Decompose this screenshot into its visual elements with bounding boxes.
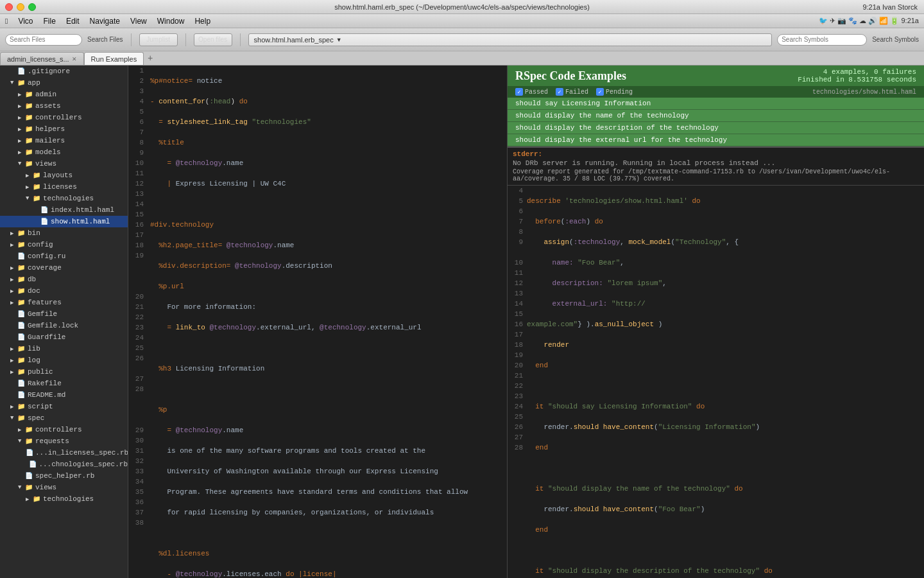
- open-files-button[interactable]: Open files: [194, 33, 232, 46]
- rspec-passed-checkbox[interactable]: ✓ Passed: [515, 88, 548, 96]
- sidebar-item-admin[interactable]: ▶ 📁 admin: [0, 89, 128, 100]
- sidebar-item-helpers[interactable]: ▶ 📁 helpers: [0, 123, 128, 135]
- sidebar-item-licenses[interactable]: ▶ 📁 licenses: [0, 181, 128, 193]
- rspec-file-path: technologies/show.html.haml: [812, 89, 916, 96]
- sidebar-item-layouts[interactable]: ▶ 📁 layouts: [0, 170, 128, 181]
- file-icon: 📄: [17, 379, 26, 388]
- sidebar-item-label: bin: [28, 229, 40, 237]
- menu-edit[interactable]: Edit: [66, 17, 80, 26]
- sidebar-item-label: views: [35, 484, 56, 491]
- new-tab-button[interactable]: +: [144, 52, 157, 65]
- sidebar-item-mailers[interactable]: ▶ 📁 mailers: [0, 135, 128, 146]
- rspec-panel: RSpec Code Examples 4 examples, 0 failur…: [508, 66, 924, 148]
- sidebar-item-controllers[interactable]: ▶ 📁 controllers: [0, 112, 128, 123]
- user-time: 9:21a Ivan Storck: [862, 3, 918, 11]
- failed-check-icon: ✓: [556, 88, 563, 96]
- minimize-button[interactable]: [17, 3, 24, 11]
- tree-arrow: ▶: [10, 230, 17, 237]
- spec-code[interactable]: 4 5 6 7 8 9 9 10 11 12 13 14 15 16 17 18: [508, 186, 924, 578]
- code-lines[interactable]: %p#notice= notice - content_for(:head) d…: [148, 66, 507, 578]
- tab-run-examples-label: Run Examples: [91, 55, 137, 63]
- sidebar-item-app[interactable]: ▼ 📁 app: [0, 77, 128, 89]
- search-symbols-input[interactable]: [777, 34, 867, 46]
- tree-arrow: ▼: [10, 415, 17, 421]
- sidebar-item-coverage[interactable]: ▶ 📁 coverage: [0, 262, 128, 274]
- sidebar-item-spec[interactable]: ▼ 📁 spec: [0, 412, 128, 424]
- menu-vico[interactable]: Vico: [18, 17, 33, 26]
- sidebar-item-label: doc: [28, 287, 40, 295]
- sidebar-item-gemfile[interactable]: 📄 Gemfile: [0, 308, 128, 320]
- rspec-failed-checkbox[interactable]: ✓ Failed: [556, 88, 588, 96]
- menu-file[interactable]: File: [44, 17, 56, 26]
- sidebar-item-models[interactable]: ▶ 📁 models: [0, 146, 128, 158]
- spec-lines[interactable]: describe 'technologies/show.html.haml' d…: [527, 186, 924, 578]
- sidebar-item-requests[interactable]: ▼ 📁 requests: [0, 435, 128, 447]
- menu-navigate[interactable]: Navigate: [90, 17, 120, 26]
- jumplist-button[interactable]: Jumplist: [139, 33, 178, 46]
- menu-apple[interactable]: : [5, 17, 8, 26]
- sidebar-item-label: layouts: [43, 171, 73, 179]
- sidebar-item-spec-technologies[interactable]: ▶ 📁 technologies: [0, 493, 128, 505]
- sidebar-item-readme[interactable]: 📄 README.md: [0, 389, 128, 401]
- sidebar-item-index-haml[interactable]: 📄 index.html.haml: [0, 204, 128, 216]
- code-editor[interactable]: 1 2 3 4 5 6 7 8 9 10 11 12 13 14 15 16 1: [128, 66, 507, 578]
- sidebar-item-rakefile[interactable]: 📄 Rakefile: [0, 378, 128, 389]
- tab-admin-licenses-close[interactable]: ✕: [72, 56, 77, 62]
- traffic-lights[interactable]: [5, 3, 36, 11]
- sidebar-item-label: admin: [35, 91, 56, 98]
- search-files-input[interactable]: [5, 34, 82, 46]
- tree-arrow: ▶: [10, 288, 17, 295]
- menu-help[interactable]: Help: [194, 17, 210, 26]
- sidebar-item-spec-helper[interactable]: 📄 spec_helper.rb: [0, 470, 128, 482]
- tab-admin-licenses[interactable]: admin_licenses_s... ✕: [0, 52, 84, 65]
- close-button[interactable]: [5, 3, 13, 11]
- sidebar-item-show-haml[interactable]: 📄 show.html.haml: [0, 216, 128, 227]
- toolbar-separator-3: [240, 33, 241, 46]
- sidebar-item-technologies[interactable]: ▼ 📁 technologies: [0, 193, 128, 204]
- file-icon: 📄: [17, 67, 26, 76]
- folder-icon: 📁: [17, 275, 26, 284]
- folder-icon: 📁: [17, 229, 26, 238]
- folder-icon: 📁: [24, 113, 33, 122]
- sidebar-item-label: mailers: [35, 137, 65, 144]
- sidebar-item-gemfile-lock[interactable]: 📄 Gemfile.lock: [0, 320, 128, 331]
- fullscreen-button[interactable]: [28, 3, 36, 11]
- folder-icon: 📁: [24, 159, 33, 168]
- sidebar-item-db[interactable]: ▶ 📁 db: [0, 274, 128, 285]
- sidebar-item-in-licenses-spec[interactable]: 📄 ...in_licenses_spec.rb: [0, 447, 128, 459]
- sidebar-item-log[interactable]: ▶ 📁 log: [0, 355, 128, 366]
- pending-label: Pending: [606, 89, 633, 96]
- sidebar-item-assets[interactable]: ▶ 📁 assets: [0, 100, 128, 112]
- sidebar-item-config-folder[interactable]: ▶ 📁 config: [0, 239, 128, 250]
- file-icon: 📄: [17, 252, 26, 261]
- sidebar-item-bin[interactable]: ▶ 📁 bin: [0, 227, 128, 239]
- sidebar-item-label: show.html.haml: [51, 218, 110, 225]
- sidebar-item-guardfile[interactable]: 📄 Guardfile: [0, 331, 128, 343]
- file-path-arrow[interactable]: ▼: [336, 37, 342, 43]
- sidebar-item-spec-views[interactable]: ▼ 📁 views: [0, 482, 128, 493]
- tab-run-examples[interactable]: Run Examples: [84, 52, 144, 65]
- menu-window[interactable]: Window: [157, 17, 185, 26]
- stderr-label: stderr:: [513, 150, 919, 158]
- sidebar-item-views[interactable]: ▼ 📁 views: [0, 158, 128, 170]
- sidebar-item-spec-controllers[interactable]: ▶ 📁 controllers: [0, 424, 128, 435]
- sidebar-item-lib[interactable]: ▶ 📁 lib: [0, 343, 128, 355]
- rspec-result-2[interactable]: should display the name of the technolog…: [508, 110, 924, 122]
- sidebar-item-public[interactable]: ▶ 📁 public: [0, 366, 128, 378]
- sidebar-item-gitignore[interactable]: 📄 .gitignore: [0, 66, 128, 77]
- sidebar-item-label: lib: [28, 345, 40, 353]
- sidebar-item-script[interactable]: ▶ 📁 script: [0, 401, 128, 412]
- rspec-pending-checkbox[interactable]: ✓ Pending: [596, 88, 633, 96]
- rspec-result-3[interactable]: should display the description of the te…: [508, 122, 924, 134]
- sidebar-item-config-ru[interactable]: 📄 config.ru: [0, 250, 128, 262]
- rspec-result-4[interactable]: should display the external url for the …: [508, 134, 924, 146]
- rspec-title: RSpec Code Examples: [515, 69, 626, 83]
- sidebar-item-doc[interactable]: ▶ 📁 doc: [0, 285, 128, 297]
- rspec-result-1[interactable]: should say Licensing Information: [508, 98, 924, 110]
- menu-view[interactable]: View: [130, 17, 147, 26]
- sidebar-item-label: db: [28, 276, 36, 283]
- sidebar-item-chnologies-spec[interactable]: 📄 ...chnologies_spec.rb: [0, 459, 128, 470]
- rspec-filters: ✓ Passed ✓ Failed ✓ Pending: [515, 88, 633, 96]
- sidebar-item-features[interactable]: ▶ 📁 features: [0, 297, 128, 308]
- folder-icon: 📁: [24, 90, 33, 99]
